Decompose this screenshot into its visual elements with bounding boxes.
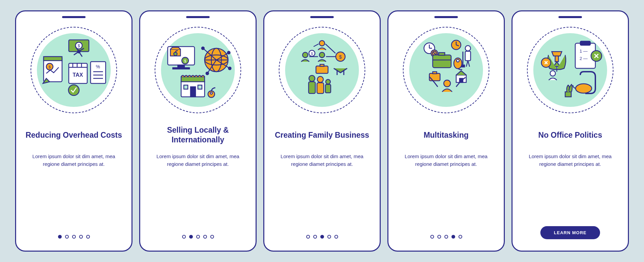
svg-rect-64 xyxy=(325,84,331,93)
svg-point-89 xyxy=(444,80,450,87)
screen-description: Lorem ipsum dolor sit dim amet, mea regi… xyxy=(154,153,241,168)
screen-description: Lorem ipsum dolor sit dim amet, mea regi… xyxy=(402,153,490,168)
svg-point-61 xyxy=(317,76,323,82)
svg-rect-85 xyxy=(429,73,440,81)
svg-rect-60 xyxy=(309,82,315,93)
svg-point-3 xyxy=(77,50,80,53)
svg-point-63 xyxy=(326,79,330,84)
illustration-selling: $ xyxy=(154,26,241,114)
pagination-dot-4[interactable] xyxy=(327,235,331,239)
screen-description: Lorem ipsum dolor sit dim amet, mea regi… xyxy=(278,153,366,168)
svg-point-96 xyxy=(550,71,555,76)
pagination-dot-2[interactable] xyxy=(65,235,69,239)
svg-point-48 xyxy=(319,52,325,58)
svg-rect-57 xyxy=(316,66,328,73)
svg-text:$: $ xyxy=(339,54,342,60)
pagination-dot-5[interactable] xyxy=(210,235,214,239)
svg-point-84 xyxy=(457,59,459,62)
screen-title: Multitasking xyxy=(424,125,469,145)
svg-rect-91 xyxy=(580,41,590,45)
pagination-dot-1[interactable] xyxy=(306,235,310,239)
screen-title: No Office Politics xyxy=(538,125,602,145)
illustration-politics: 1 —2 — xyxy=(527,26,614,114)
pagination-dot-2[interactable] xyxy=(313,235,317,239)
pagination-dots xyxy=(58,235,90,239)
learn-more-button[interactable]: LEARN MORE xyxy=(540,226,600,239)
illustration-costs: $ $ TAX % xyxy=(30,26,117,114)
svg-rect-98 xyxy=(565,92,571,97)
svg-line-53 xyxy=(314,44,319,47)
pagination-dot-4[interactable] xyxy=(79,235,83,239)
pagination-dots xyxy=(306,235,338,239)
screen-description: Lorem ipsum dolor sit dim amet, mea regi… xyxy=(30,153,117,168)
pagination-dot-2[interactable] xyxy=(189,235,193,239)
svg-rect-62 xyxy=(317,83,324,93)
pagination-dot-3[interactable] xyxy=(320,235,324,239)
svg-text:1 —: 1 — xyxy=(580,49,588,54)
family-icon: $ $ xyxy=(288,37,356,104)
svg-rect-75 xyxy=(439,53,445,55)
svg-rect-78 xyxy=(465,51,471,61)
pagination-dot-3[interactable] xyxy=(196,235,200,239)
onboarding-screen-4: MultitaskingLorem ipsum dolor sit dim am… xyxy=(387,10,505,252)
svg-rect-22 xyxy=(173,68,190,69)
pagination-dot-3[interactable] xyxy=(72,235,76,239)
svg-rect-43 xyxy=(198,85,202,89)
politics-icon: 1 —2 — xyxy=(537,37,604,104)
svg-point-19 xyxy=(68,85,79,95)
selling-icon: $ xyxy=(164,37,231,104)
svg-text:TAX: TAX xyxy=(73,72,83,78)
onboarding-screen-2: $ Selling Locally & InternationallyLorem… xyxy=(139,10,257,252)
svg-text:$: $ xyxy=(78,44,80,48)
pagination-dot-3[interactable] xyxy=(444,235,448,239)
onboarding-screen-1: $ $ TAX % Reducing Overhead CostsLorem i… xyxy=(15,10,132,252)
svg-line-54 xyxy=(325,44,335,53)
illustration-multitask xyxy=(402,26,490,114)
pagination-dot-2[interactable] xyxy=(437,235,441,239)
svg-text:%: % xyxy=(96,64,100,69)
pagination-dot-5[interactable] xyxy=(459,235,462,239)
pagination-dots xyxy=(430,235,462,239)
illustration-family: $ $ xyxy=(278,26,366,114)
onboarding-screens-container: $ $ TAX % Reducing Overhead CostsLorem i… xyxy=(15,10,629,252)
multitask-icon xyxy=(413,37,480,104)
costs-icon: $ $ TAX % xyxy=(40,37,107,104)
svg-point-59 xyxy=(309,75,315,81)
pagination-dots xyxy=(182,235,214,239)
screen-description: Lorem ipsum dolor sit dim amet, mea regi… xyxy=(527,153,614,168)
svg-rect-5 xyxy=(44,57,62,61)
svg-line-79 xyxy=(466,61,468,67)
svg-rect-58 xyxy=(320,64,324,66)
svg-point-45 xyxy=(210,92,212,94)
svg-rect-86 xyxy=(433,72,437,74)
svg-point-47 xyxy=(303,52,308,58)
pagination-dot-4[interactable] xyxy=(451,235,455,239)
pagination-dot-5[interactable] xyxy=(86,235,90,239)
onboarding-screen-5: 1 —2 — No Office PoliticsLorem ipsum dol… xyxy=(512,10,629,252)
svg-line-80 xyxy=(468,61,470,67)
pagination-dot-1[interactable] xyxy=(182,235,186,239)
svg-rect-41 xyxy=(191,87,196,97)
svg-text:$: $ xyxy=(184,59,186,63)
pagination-dot-1[interactable] xyxy=(430,235,434,239)
svg-text:2 —: 2 — xyxy=(580,56,588,61)
svg-point-97 xyxy=(576,84,592,93)
svg-point-46 xyxy=(319,41,325,46)
svg-text:$: $ xyxy=(49,65,51,69)
pagination-dot-1[interactable] xyxy=(58,235,62,239)
pagination-dot-4[interactable] xyxy=(203,235,207,239)
svg-text:$: $ xyxy=(311,52,313,56)
svg-point-26 xyxy=(174,52,177,56)
pagination-dot-5[interactable] xyxy=(334,235,338,239)
screen-title: Selling Locally & Internationally xyxy=(149,125,247,145)
screen-title: Reducing Overhead Costs xyxy=(25,125,122,145)
svg-point-77 xyxy=(465,46,471,51)
screen-title: Creating Family Business xyxy=(275,125,369,145)
svg-rect-42 xyxy=(184,85,188,89)
onboarding-screen-3: $ $ Creating Family BusinessLorem ipsum … xyxy=(263,10,381,252)
svg-rect-74 xyxy=(433,55,451,68)
svg-rect-40 xyxy=(181,77,205,82)
